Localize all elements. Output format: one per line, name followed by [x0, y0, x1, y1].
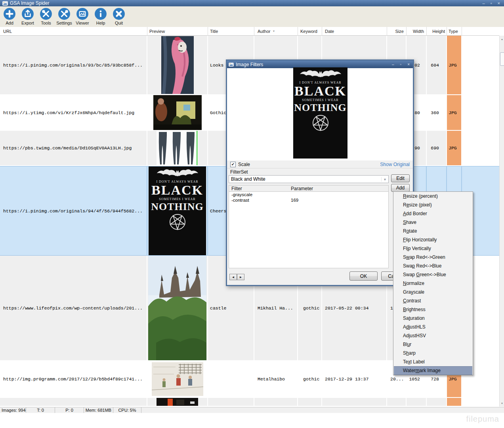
cell-url: https://pbs.twimg.com/media/Dd1OSqEV0AA1… — [0, 131, 147, 166]
cell-filler — [462, 36, 499, 95]
scroll-thumb[interactable] — [500, 52, 504, 66]
cell-type: JPG — [447, 131, 462, 166]
menu-item-watermark-image[interactable]: Watermark Image — [394, 366, 472, 375]
column-header-label: Size — [395, 29, 404, 34]
column-header-height[interactable]: Height — [427, 27, 447, 35]
window-minimize-button[interactable]: – — [483, 0, 485, 6]
menu-item-swap-green-blue[interactable]: Swap Green<->Blue — [393, 270, 473, 279]
cell-height — [427, 398, 447, 407]
filter-context-menu: Resize (percent)Resize (pixel)Add Border… — [393, 191, 473, 375]
prev-image-button[interactable]: ◄ — [229, 274, 237, 280]
filterset-label: FilterSet — [230, 169, 248, 175]
menu-item-text-label[interactable]: Text Label — [393, 357, 473, 366]
menu-item-flip-vertically[interactable]: Flip Vertically — [393, 244, 473, 253]
preview-image — [148, 256, 206, 360]
column-header-url[interactable]: URL — [0, 27, 147, 35]
edit-button[interactable]: Edit — [391, 174, 410, 182]
export-button-label: Export — [21, 21, 34, 25]
menu-item-resize-pixel[interactable]: Resize (pixel) — [393, 201, 473, 209]
menu-item-blur[interactable]: Blur — [393, 340, 473, 349]
menu-item-brightness[interactable]: Brightness — [393, 305, 473, 314]
cell-height: 690 — [427, 131, 447, 166]
toolbar: AddExportToolsSettingsViewerHelpQuit — [0, 6, 504, 27]
preview-image — [152, 362, 203, 396]
menu-item-swap-red-green[interactable]: Swap Red<->Green — [393, 253, 473, 262]
preview-image — [157, 398, 198, 406]
dialog-minimize-button[interactable]: – — [392, 62, 394, 67]
cell-filler — [462, 131, 499, 166]
window-close-button[interactable]: × — [498, 0, 500, 6]
filter-list[interactable]: -grayscale -contrast 169 — [229, 192, 389, 268]
column-header-width[interactable]: Width — [407, 27, 427, 35]
menu-item-grayscale[interactable]: Grayscale — [393, 288, 473, 296]
cell-type — [447, 398, 462, 407]
add-button[interactable]: Add — [1, 6, 18, 25]
tools-button[interactable]: Tools — [37, 6, 55, 25]
add-button[interactable]: Add — [391, 184, 410, 192]
cell-type: JPG — [447, 36, 462, 95]
filter-list-header: Filter Parameter — [229, 185, 389, 192]
settings-button[interactable]: Settings — [55, 6, 73, 25]
scale-checkbox[interactable]: ✔ — [230, 162, 236, 167]
menu-item-flip-horizontally[interactable]: Flip Horizontally — [393, 235, 473, 244]
filepuma-watermark: filepuma — [466, 415, 499, 424]
cell-preview — [147, 36, 208, 95]
bat-wings-icon — [298, 69, 343, 80]
menu-item-saturation[interactable]: Saturation — [393, 314, 473, 323]
image-filters-dialog: Image Filters – ▫ × I DON'T ALWAYS WEAR … — [226, 59, 414, 286]
app-icon — [2, 1, 8, 6]
filter-parameter: 169 — [291, 197, 298, 203]
column-header-type[interactable]: Type — [447, 27, 462, 35]
menu-item-rotate[interactable]: Rotate — [393, 227, 473, 235]
next-image-button[interactable]: ► — [237, 274, 244, 280]
menu-item-sharp[interactable]: Sharp — [393, 349, 473, 357]
viewer-button-label: Viewer — [76, 21, 89, 25]
menu-item-resize-percent[interactable]: Resize (percent) — [393, 192, 473, 201]
column-header-label: Width — [413, 29, 424, 34]
window-maximize-button[interactable]: ▫ — [491, 0, 492, 6]
cell-type: JPG — [447, 95, 462, 131]
black-nothing-poster: I DON'T ALWAYS WEAR BLACK SOMETIMES I WE… — [149, 166, 206, 255]
scroll-down-button[interactable]: ▼ — [500, 400, 504, 407]
table-row[interactable] — [0, 398, 499, 407]
quit-button[interactable]: Quit — [110, 6, 128, 25]
window-titlebar[interactable]: GSA Image Spider – ▫ × — [0, 0, 504, 6]
filter-row[interactable]: -grayscale — [229, 192, 388, 197]
cell-preview — [147, 131, 208, 166]
poster-line3: SOMETIMES I WEAR — [302, 98, 338, 102]
menu-item-add-border[interactable]: Add Border — [393, 209, 473, 218]
dialog-close-button[interactable]: × — [407, 62, 410, 67]
menu-item-normalize[interactable]: Normalize — [393, 279, 473, 288]
column-header-title[interactable]: Title — [208, 27, 254, 35]
vertical-scrollbar[interactable]: ▲ ▼ — [499, 36, 504, 407]
bat-wings-icon — [155, 168, 200, 179]
filter-row[interactable]: -contrast 169 — [229, 197, 388, 203]
column-header-keyword[interactable]: Keyword — [298, 27, 322, 35]
help-button[interactable]: Help — [92, 6, 109, 25]
menu-item-adjusthls[interactable]: AdjustHLS — [393, 323, 473, 331]
cell-size — [387, 398, 407, 407]
filterset-dropdown[interactable]: Black and White ▾ — [229, 175, 389, 183]
column-header-author[interactable]: Author▼ — [254, 27, 298, 35]
column-header-date[interactable]: Date — [322, 27, 387, 35]
menu-item-contrast[interactable]: Contrast — [393, 296, 473, 305]
table-header: URLPreviewTitleAuthor▼KeywordDateSizeWid… — [0, 27, 499, 36]
add-icon — [3, 8, 16, 20]
filter-name: -contrast — [231, 197, 249, 203]
menu-item-adjusthsv[interactable]: AdjustHSV — [393, 331, 473, 340]
column-header-size[interactable]: Size — [387, 27, 407, 35]
poster-line4: NOTHING — [151, 202, 204, 212]
viewer-button[interactable]: Viewer — [74, 6, 91, 25]
scroll-up-button[interactable]: ▲ — [500, 36, 504, 42]
menu-item-swap-red-blue[interactable]: Swap Red<->Blue — [393, 262, 473, 270]
show-original-link[interactable]: Show Original — [380, 162, 410, 167]
dialog-maximize-button[interactable]: ▫ — [400, 62, 402, 67]
viewer-icon — [76, 8, 89, 20]
cell-url — [0, 398, 147, 407]
column-header-preview[interactable]: Preview — [147, 27, 208, 35]
menu-item-shave[interactable]: Shave — [393, 218, 473, 227]
ok-button[interactable]: OK — [349, 271, 378, 281]
preview-image — [161, 36, 194, 94]
export-button[interactable]: Export — [19, 6, 36, 25]
help-button-label: Help — [96, 21, 105, 25]
